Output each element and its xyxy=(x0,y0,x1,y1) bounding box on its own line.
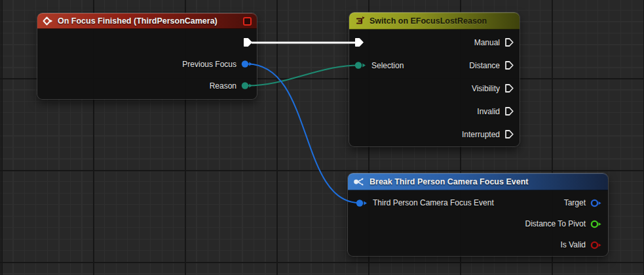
pin-row: Interrupted xyxy=(354,123,514,146)
event-icon xyxy=(43,16,53,26)
node-header[interactable]: On Focus Finished (ThirdPersonCamera) xyxy=(37,13,257,29)
exec-out-pin[interactable] xyxy=(504,60,514,70)
blueprint-graph-canvas[interactable]: On Focus Finished (ThirdPersonCamera) Pr… xyxy=(0,0,644,275)
pin-label: Target xyxy=(564,198,586,207)
exec-out-pin[interactable] xyxy=(504,106,514,116)
node-header[interactable]: Break Third Person Camera Focus Event xyxy=(348,173,608,190)
switch-icon xyxy=(354,16,365,26)
exec-out-pin[interactable] xyxy=(504,83,514,93)
pin-row: Reason xyxy=(44,75,253,96)
node-header[interactable]: Switch on EFocusLostReason xyxy=(349,12,520,30)
pin-label: Interrupted xyxy=(462,130,500,139)
pin-row: Third Person Camera Focus Event Target xyxy=(356,192,601,213)
node-break-third-person-camera-focus-event[interactable]: Break Third Person Camera Focus Event Th… xyxy=(348,173,608,256)
float-pin[interactable] xyxy=(590,220,601,228)
pin-label: Manual xyxy=(474,38,500,47)
object-pin[interactable] xyxy=(590,199,601,207)
exec-out-pin[interactable] xyxy=(243,37,253,47)
node-title: On Focus Finished (ThirdPersonCamera) xyxy=(58,16,218,26)
pin-label: Visibility xyxy=(472,84,500,93)
break-struct-icon xyxy=(353,177,365,186)
pin-label: Distance xyxy=(469,61,500,70)
pin-label: Previous Focus xyxy=(182,60,237,69)
pin-label: Reason xyxy=(210,81,237,91)
pin-row: Distance To Pivot xyxy=(356,213,601,234)
pin-label: Is Valid xyxy=(561,240,586,249)
pin-row: Manual xyxy=(354,31,514,54)
pin-label: Third Person Camera Focus Event xyxy=(373,198,494,207)
pin-row: Visibility xyxy=(354,77,514,100)
node-title: Switch on EFocusLostReason xyxy=(369,16,487,26)
red-square-icon xyxy=(243,17,252,26)
exec-out-pin[interactable] xyxy=(504,37,514,47)
node-switch-on-efocuslostreason[interactable]: Switch on EFocusLostReason Manual xyxy=(349,12,520,146)
pin-label: Distance To Pivot xyxy=(525,219,586,228)
pin-row: Invalid xyxy=(354,100,514,123)
pin-label: Invalid xyxy=(477,107,500,116)
pin-row: Selection Distance xyxy=(354,54,514,77)
pin-row: Is Valid xyxy=(356,234,601,255)
pin-row xyxy=(44,32,253,53)
exec-out-pin[interactable] xyxy=(504,129,514,139)
pin-row: Previous Focus xyxy=(44,53,253,75)
bool-pin[interactable] xyxy=(590,241,601,249)
node-title: Break Third Person Camera Focus Event xyxy=(369,177,528,186)
pin-label: Selection xyxy=(371,61,404,70)
node-on-focus-finished[interactable]: On Focus Finished (ThirdPersonCamera) Pr… xyxy=(37,13,257,99)
